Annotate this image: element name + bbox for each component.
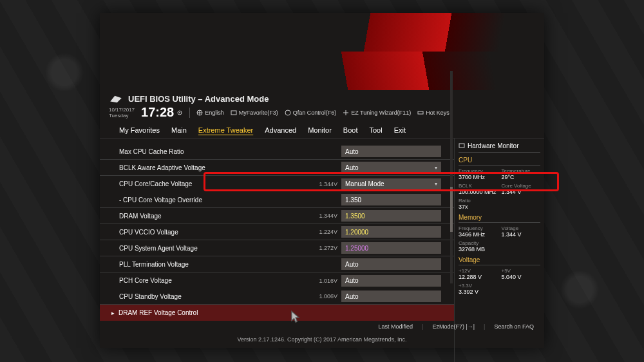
header: UEFI BIOS Utility – Advanced Mode 10/17/…: [100, 90, 544, 121]
hotkeys-icon: [417, 110, 424, 116]
setting-readout: 1.224V: [310, 229, 337, 235]
cursor-icon: [290, 310, 301, 325]
language-selector[interactable]: English: [196, 110, 224, 116]
setting-dropdown[interactable]: Manual Mode: [341, 178, 441, 190]
rog-logo-icon: [109, 95, 123, 104]
hw-volt-heading: Voltage: [459, 256, 540, 265]
setting-input[interactable]: 1.350: [341, 194, 441, 205]
globe-icon: [196, 110, 203, 116]
setting-input[interactable]: 1.25000: [341, 242, 441, 254]
setting-label: CPU VCCIO Voltage: [119, 229, 310, 236]
gear-icon[interactable]: [176, 110, 183, 116]
ezmode-link[interactable]: EzMode(F7) |→|: [432, 323, 475, 330]
svg-rect-5: [418, 111, 423, 114]
wizard-icon: [343, 110, 349, 116]
bios-panel: UEFI BIOS Utility – Advanced Mode 10/17/…: [100, 13, 544, 348]
setting-row: Max CPU Cache RatioAuto: [100, 144, 454, 160]
hotkeys-link[interactable]: Hot Keys: [417, 110, 450, 116]
scrollbar-track[interactable]: [450, 71, 453, 283]
svg-rect-6: [459, 144, 464, 148]
setting-row: - CPU Core Voltage Override1.350: [100, 192, 454, 208]
svg-point-1: [179, 112, 180, 113]
hw-cpu-heading: CPU: [459, 157, 540, 166]
setting-label: - CPU Core Voltage Override: [119, 196, 310, 204]
wizard-link[interactable]: EZ Tuning Wizard(F11): [343, 110, 411, 116]
tab-monitor[interactable]: Monitor: [308, 126, 332, 134]
footer: Last Modified | EzMode(F7) |→| | Search …: [100, 318, 544, 348]
setting-readout: 1.344V: [310, 181, 337, 187]
setting-label: CPU System Agent Voltage: [119, 245, 310, 252]
tab-bar: My FavoritesMainExtreme TweakerAdvancedM…: [100, 121, 544, 138]
myfavorite-link[interactable]: MyFavorite(F3): [231, 110, 278, 116]
setting-row: BCLK Aware Adaptive VoltageAuto: [100, 160, 454, 176]
scrollbar-thumb[interactable]: [450, 187, 453, 232]
setting-label: CPU Standby Voltage: [119, 293, 310, 300]
setting-label: PCH Core Voltage: [119, 277, 310, 284]
setting-label: Max CPU Cache Ratio: [119, 148, 310, 155]
tab-my-favorites[interactable]: My Favorites: [119, 126, 160, 134]
setting-row: PCH Core Voltage1.016VAuto: [100, 272, 454, 289]
tab-tool[interactable]: Tool: [369, 126, 382, 134]
setting-label: BCLK Aware Adaptive Voltage: [119, 164, 310, 171]
setting-label: PLL Termination Voltage: [119, 261, 310, 268]
setting-input[interactable]: Auto: [341, 146, 441, 157]
fan-icon: [285, 110, 291, 116]
setting-label: DRAM Voltage: [119, 213, 310, 220]
copyright: Version 2.17.1246. Copyright (C) 2017 Am…: [106, 332, 538, 345]
setting-label: CPU Core/Cache Voltage: [119, 180, 310, 187]
setting-row: CPU Core/Cache Voltage1.344VManual Mode: [100, 176, 454, 192]
app-title: UEFI BIOS Utility – Advanced Mode: [128, 94, 269, 104]
setting-readout: 1.272V: [310, 245, 337, 251]
hw-mem-heading: Memory: [459, 214, 540, 223]
tab-boot[interactable]: Boot: [343, 126, 358, 134]
setting-readout: 1.006V: [310, 293, 337, 300]
setting-input[interactable]: Auto: [341, 291, 441, 302]
setting-readout: 1.344V: [310, 213, 337, 219]
last-modified-link[interactable]: Last Modified: [379, 323, 413, 330]
date-block: 10/17/2017 Tuesday: [109, 107, 135, 119]
tab-main[interactable]: Main: [171, 126, 187, 134]
setting-input[interactable]: Auto: [341, 275, 441, 287]
setting-input[interactable]: 1.20000: [341, 226, 441, 238]
setting-row: DRAM Voltage1.344V1.3500: [100, 208, 454, 224]
setting-row: CPU System Agent Voltage1.272V1.25000: [100, 240, 454, 256]
folder-icon: [231, 110, 237, 116]
monitor-icon: [459, 143, 465, 149]
tab-exit[interactable]: Exit: [394, 126, 406, 134]
setting-row: CPU VCCIO Voltage1.224V1.20000: [100, 224, 454, 240]
setting-row: CPU Standby Voltage1.006VAuto: [100, 289, 454, 305]
hw-title: Hardware Monitor: [468, 142, 518, 149]
clock: 17:28: [141, 105, 183, 120]
setting-input[interactable]: 1.3500: [341, 210, 441, 222]
svg-rect-3: [231, 111, 236, 115]
setting-row: PLL Termination VoltageAuto: [100, 256, 454, 272]
setting-readout: 1.016V: [310, 278, 337, 284]
tab-extreme-tweaker[interactable]: Extreme Tweaker: [198, 126, 253, 134]
tab-advanced[interactable]: Advanced: [265, 126, 296, 134]
setting-input[interactable]: Auto: [341, 258, 441, 270]
search-faq-link[interactable]: Search on FAQ: [494, 323, 534, 330]
svg-point-4: [285, 110, 290, 115]
setting-dropdown[interactable]: Auto: [341, 162, 441, 173]
qfan-link[interactable]: Qfan Control(F6): [285, 110, 337, 116]
